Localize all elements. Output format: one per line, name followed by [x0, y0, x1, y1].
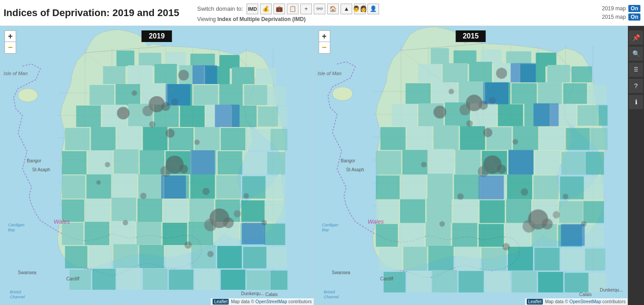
map-panel-2019[interactable]: + − 2019 Isle of Man Wales Bangor St Asa… — [0, 26, 314, 305]
zoom-out-button-2019[interactable]: − — [4, 42, 16, 54]
svg-rect-101 — [267, 247, 286, 268]
zoom-in-button-2019[interactable]: + — [4, 30, 16, 42]
svg-rect-215 — [585, 152, 604, 174]
svg-rect-141 — [161, 175, 186, 199]
svg-point-130 — [140, 193, 146, 199]
help-tool[interactable]: ? — [629, 79, 643, 93]
domain-btn-health[interactable]: + — [300, 4, 312, 14]
domain-btn-barriers[interactable]: 👨‍👩 — [354, 4, 366, 14]
svg-point-135 — [105, 162, 110, 167]
svg-rect-104 — [117, 268, 141, 290]
svg-rect-55 — [247, 129, 270, 150]
svg-rect-24 — [103, 66, 125, 84]
svg-rect-250 — [561, 249, 584, 271]
svg-rect-137 — [192, 65, 217, 84]
svg-rect-87 — [136, 222, 161, 245]
map-2019-toggle-on[interactable]: On — [628, 5, 640, 12]
domain-btn-employment[interactable]: 💼 — [273, 4, 285, 14]
leaflet-badge-2015[interactable]: Leaflet — [527, 299, 543, 305]
svg-rect-216 — [375, 175, 399, 199]
domain-btn-idaci[interactable]: 👤 — [367, 4, 379, 14]
svg-rect-78 — [137, 199, 162, 222]
osm-link-2019[interactable]: OpenStreetMap — [256, 299, 287, 304]
domain-btn-education[interactable]: 📋 — [287, 4, 299, 14]
svg-point-131 — [123, 220, 128, 225]
grid-tool[interactable]: ⠿ — [629, 63, 643, 77]
svg-point-112 — [142, 106, 153, 116]
svg-point-121 — [234, 210, 241, 217]
map-panel-2015[interactable]: + − 2015 Isle of Man Wales Bangor St Asa… — [314, 26, 628, 305]
svg-rect-203 — [513, 126, 538, 150]
map-2015-toggle-on[interactable]: On — [628, 13, 640, 21]
pin-tool[interactable]: 📌 — [629, 30, 643, 45]
map-attribution-2019: Leaflet Map data © OpenStreetMap contrib… — [211, 298, 313, 305]
svg-rect-187 — [563, 83, 587, 104]
svg-rect-31 — [90, 85, 114, 105]
viewing-value: Index of Multiple Deprivation (IMD) — [218, 16, 306, 22]
map-2019-toggle-row: 2019 map On — [602, 5, 640, 12]
svg-rect-181 — [405, 83, 431, 104]
svg-rect-225 — [375, 200, 398, 223]
search-tool[interactable]: 🔍 — [629, 47, 643, 61]
svg-point-122 — [117, 107, 129, 119]
map-year-badge-2015: 2015 — [456, 30, 486, 42]
svg-rect-242 — [582, 225, 604, 247]
map-2015-toggle-label: 2015 map — [602, 14, 626, 20]
svg-rect-176 — [469, 62, 492, 82]
svg-rect-169 — [431, 48, 449, 64]
info-tool[interactable]: ℹ — [629, 95, 643, 109]
svg-rect-222 — [533, 175, 559, 199]
svg-rect-204 — [539, 127, 564, 150]
svg-rect-185 — [512, 83, 537, 104]
svg-rect-85 — [85, 222, 109, 245]
svg-rect-236 — [426, 222, 451, 247]
domain-btn-housing[interactable]: 🏠 — [327, 4, 339, 14]
st-asaph-label-2019: St Asaph — [32, 167, 50, 172]
svg-rect-49 — [91, 127, 115, 150]
svg-rect-246 — [455, 247, 480, 271]
leaflet-badge-2019[interactable]: Leaflet — [213, 299, 229, 305]
svg-point-270 — [542, 218, 553, 229]
svg-rect-108 — [221, 270, 245, 290]
svg-rect-180 — [571, 66, 592, 82]
svg-point-279 — [563, 194, 568, 199]
domain-btn-environment[interactable]: ▲ — [341, 4, 352, 14]
svg-rect-175 — [442, 63, 467, 82]
svg-rect-75 — [62, 199, 84, 222]
svg-point-267 — [497, 165, 506, 174]
svg-rect-38 — [268, 86, 286, 105]
calais-label-2019: Calais — [265, 292, 278, 297]
svg-rect-174 — [418, 64, 441, 82]
svg-point-274 — [496, 68, 507, 79]
svg-rect-207 — [375, 151, 401, 174]
domain-btn-income[interactable]: 💰 — [260, 4, 272, 14]
svg-rect-197 — [598, 105, 607, 126]
svg-point-271 — [553, 211, 560, 218]
svg-point-266 — [478, 166, 489, 177]
osm-link-2015[interactable]: OpenStreetMap — [569, 299, 601, 304]
svg-rect-232 — [559, 201, 583, 223]
zoom-in-button-2015[interactable]: + — [319, 30, 330, 42]
svg-rect-205 — [566, 128, 589, 150]
zoom-out-button-2015[interactable]: − — [319, 42, 330, 54]
bangor-label-2015: Bangor — [341, 158, 355, 163]
svg-rect-214 — [561, 152, 585, 174]
svg-rect-253 — [407, 271, 431, 292]
svg-point-277 — [512, 139, 518, 144]
domain-btn-imd[interactable]: IMD — [247, 4, 258, 14]
svg-rect-201 — [460, 126, 485, 150]
cardiff-label-2015: Cardiff — [380, 276, 393, 281]
svg-rect-36 — [219, 84, 243, 106]
st-asaph-label-2015: St Asaph — [346, 167, 364, 172]
svg-rect-22 — [190, 54, 215, 66]
svg-rect-193 — [498, 104, 523, 126]
svg-point-273 — [483, 128, 492, 137]
svg-point-262 — [459, 104, 470, 115]
svg-rect-53 — [195, 127, 219, 150]
cardiff-label-2019: Cardiff — [66, 276, 79, 281]
domain-btn-crime[interactable]: 👓 — [314, 4, 325, 14]
svg-rect-290 — [561, 224, 584, 246]
svg-rect-66 — [62, 175, 85, 199]
svg-rect-285 — [511, 63, 536, 82]
svg-rect-227 — [426, 199, 452, 223]
